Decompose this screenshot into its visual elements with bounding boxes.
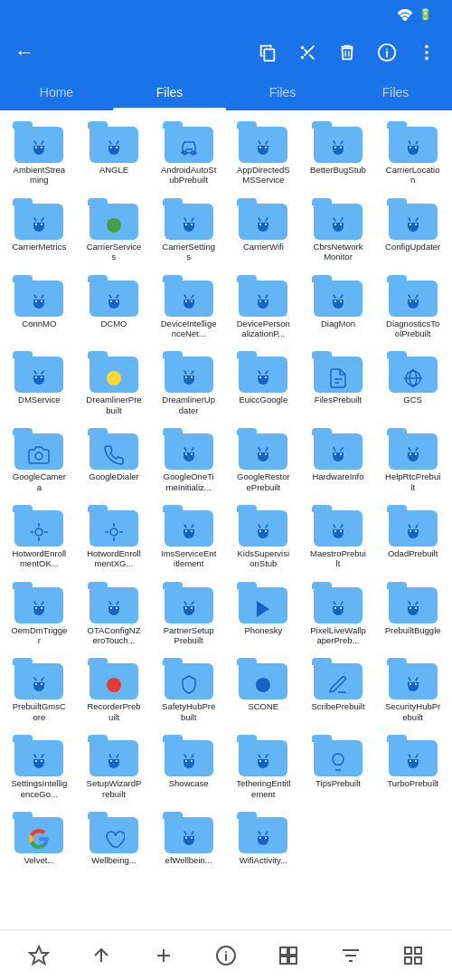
svg-point-87 — [116, 760, 118, 762]
list-item[interactable]: AndroidAutoStubPrebuilt — [151, 114, 226, 191]
list-item[interactable]: BetterBugStub — [301, 114, 376, 191]
select-all-button[interactable] — [268, 936, 308, 975]
add-button[interactable] — [144, 936, 184, 975]
list-item[interactable]: DCMO — [77, 268, 152, 345]
file-name-label: Wellbeing... — [91, 855, 136, 865]
svg-point-34 — [191, 300, 193, 302]
list-item[interactable]: FilesPrebuilt — [301, 344, 376, 421]
svg-point-51 — [191, 453, 193, 455]
list-item[interactable]: SCONE — [226, 651, 301, 728]
svg-point-92 — [410, 760, 411, 762]
list-item[interactable]: ConfigUpdater — [375, 191, 450, 268]
list-item[interactable]: PrebuiltBuggle — [375, 575, 450, 652]
status-icons: 🔋 — [397, 8, 438, 21]
list-item[interactable]: GoogleCamera — [2, 421, 77, 498]
list-item[interactable]: DMService — [2, 344, 77, 421]
list-item[interactable]: ScribePrebuilt — [301, 651, 376, 728]
list-item[interactable]: KidsSupervisionStub — [226, 498, 301, 575]
delete-button[interactable] — [329, 34, 365, 71]
tab-files-1[interactable]: Files — [113, 76, 226, 109]
sort-button[interactable] — [331, 936, 371, 975]
file-name-label: GoogleOneTimeInitializ... — [161, 471, 217, 492]
list-item[interactable]: DiagnosticsToolPrebuilt — [375, 268, 450, 345]
list-item[interactable]: CarrierSettings — [151, 191, 226, 268]
list-item[interactable]: AmbientStreaming — [2, 114, 77, 191]
list-item[interactable]: efWellbein... — [151, 804, 226, 871]
list-item[interactable]: Showcase — [151, 728, 226, 804]
list-item[interactable]: DreamlinerUpdater — [151, 344, 226, 421]
list-item[interactable]: HotwordEnrollmentOK... — [2, 498, 77, 575]
file-grid-scroll[interactable]: AmbientStreamingANGLEAndroidAutoStubPreb… — [0, 110, 452, 926]
cut-button[interactable] — [289, 34, 325, 71]
tab-files-2[interactable]: Files — [226, 76, 339, 109]
svg-rect-101 — [289, 947, 297, 955]
list-item[interactable]: CarrierServices — [77, 191, 152, 268]
list-item[interactable]: HotwordEnrollmentXG... — [77, 498, 152, 575]
list-item[interactable]: MaestroPrebuilt — [301, 498, 376, 575]
tab-files-3[interactable]: Files — [339, 76, 452, 109]
list-item[interactable]: GoogleRestorePrebuilt — [226, 421, 301, 498]
svg-point-58 — [35, 528, 42, 536]
list-item[interactable]: ConnMO — [2, 268, 77, 345]
list-item[interactable]: TetheringEntitlement — [226, 728, 301, 804]
list-item[interactable]: OemDmTrigger — [2, 575, 77, 652]
svg-point-28 — [415, 224, 417, 225]
list-item[interactable]: DeviceIntelligenceNet... — [151, 268, 226, 345]
file-name-label: DreamlinerPrebuilt — [86, 395, 142, 415]
svg-point-75 — [340, 607, 342, 609]
list-item[interactable]: SafetyHubPrebuilt — [151, 651, 226, 728]
list-item[interactable]: CarrierWifi — [226, 191, 301, 268]
more-button[interactable] — [409, 34, 445, 71]
svg-point-14 — [334, 147, 336, 148]
svg-point-24 — [265, 224, 267, 225]
list-item[interactable]: PrebuiltGmsCore — [2, 651, 77, 728]
list-item[interactable]: GCS — [375, 344, 450, 421]
file-name-label: DreamlinerUpdater — [161, 395, 217, 415]
file-name-label: MaestroPrebuilt — [310, 548, 366, 569]
list-item[interactable]: DiagMon — [301, 268, 376, 345]
tab-home[interactable]: Home — [0, 76, 113, 109]
list-item[interactable]: OTAConfigNZeroTouch... — [77, 575, 152, 652]
list-item[interactable]: HelpRtcPrebuilt — [375, 421, 450, 498]
info-button[interactable] — [369, 34, 405, 71]
list-item[interactable]: DevicePersonalizationP... — [226, 268, 301, 345]
copy-button[interactable] — [250, 34, 286, 71]
list-item[interactable]: CbrsNetworkMonitor — [301, 191, 376, 268]
list-item[interactable]: RecorderPrebuilt — [77, 651, 152, 728]
list-item[interactable]: ANGLE — [77, 114, 152, 191]
svg-point-23 — [259, 224, 261, 225]
list-item[interactable]: HardwareInfo — [301, 421, 376, 498]
list-item[interactable]: SetupWizardPrebuilt — [77, 728, 152, 804]
grid-button[interactable] — [393, 936, 433, 975]
svg-point-86 — [110, 760, 112, 762]
list-item[interactable]: SecurityHubPrebuilt — [375, 651, 450, 728]
upload-button[interactable] — [81, 936, 121, 975]
file-name-label: DiagMon — [321, 319, 355, 328]
list-item[interactable]: EuiccGoogle — [226, 344, 301, 421]
back-button[interactable]: ← — [7, 33, 42, 71]
svg-point-27 — [410, 224, 411, 225]
list-item[interactable]: Velvet... — [2, 804, 77, 871]
file-name-label: OTAConfigNZeroTouch... — [86, 625, 142, 646]
svg-point-26 — [340, 224, 342, 225]
list-item[interactable]: TipsPrebuilt — [301, 728, 376, 804]
list-item[interactable]: SettingsIntelligenceGo... — [2, 728, 77, 804]
list-item[interactable]: PartnerSetupPrebuilt — [151, 575, 226, 652]
list-item[interactable]: Phonesky — [226, 575, 301, 652]
list-item[interactable]: CarrierLocation — [375, 114, 450, 191]
list-item[interactable]: DreamlinerPrebuilt — [77, 344, 152, 421]
list-item[interactable]: CarrierMetrics — [2, 191, 77, 268]
list-item[interactable]: ImsServiceEntitlement — [151, 498, 226, 575]
list-item[interactable]: GoogleOneTimeInitializ... — [151, 421, 226, 498]
file-name-label: GoogleDialer — [89, 471, 138, 481]
info-toolbar-button[interactable] — [206, 936, 246, 975]
list-item[interactable]: GoogleDialer — [77, 421, 152, 498]
star-button[interactable] — [19, 936, 59, 975]
file-name-label: AndroidAutoStubPrebuilt — [161, 165, 217, 186]
list-item[interactable]: WifiActivity... — [226, 804, 301, 871]
list-item[interactable]: AppDirectedSMSService — [226, 114, 301, 191]
list-item[interactable]: Wellbeing... — [77, 804, 152, 871]
list-item[interactable]: PixelLiveWallpaperPreb... — [301, 575, 376, 652]
list-item[interactable]: TurboPrebuilt — [375, 728, 450, 804]
list-item[interactable]: OdadPrebuilt — [375, 498, 450, 575]
